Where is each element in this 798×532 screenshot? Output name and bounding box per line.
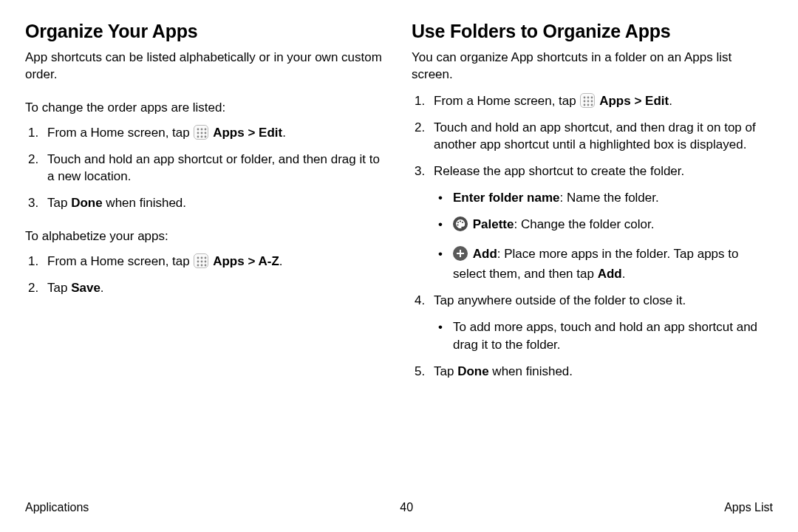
bold-text: Enter folder name (453, 191, 560, 205)
sub-alphabetize: To alphabetize your apps: (25, 228, 386, 245)
heading-folders: Use Folders to Organize Apps (412, 21, 773, 42)
list-item: From a Home screen, tap Apps > Edit. (412, 92, 773, 110)
bold-text: Done (457, 364, 489, 378)
intro-text: You can organize App shortcuts in a fold… (412, 50, 773, 83)
svg-point-29 (460, 220, 461, 222)
list-item: Tap anywhere outside of the folder to cl… (412, 292, 773, 353)
bold-text: Apps > Edit (599, 94, 669, 108)
list-item: Tap Done when finished. (25, 194, 386, 212)
bold-text: Add (598, 267, 622, 281)
palette-icon (453, 216, 468, 236)
svg-point-11 (205, 257, 207, 259)
text: . (669, 94, 672, 108)
text: Tap (434, 364, 457, 378)
text: . (100, 281, 104, 295)
svg-point-24 (584, 103, 586, 106)
svg-point-25 (587, 103, 590, 106)
heading-organize: Organize Your Apps (25, 21, 386, 42)
plus-circle-icon (453, 246, 468, 266)
list-item: To add more apps, touch and hold an app … (434, 318, 773, 354)
left-column: Organize Your Apps App shortcuts can be … (25, 21, 386, 494)
list-item: Release the app shortcut to create the f… (412, 163, 773, 283)
svg-point-22 (587, 100, 590, 102)
list-item: Add: Place more apps in the folder. Tap … (434, 245, 773, 284)
svg-point-12 (197, 261, 200, 263)
text: From a Home screen, tap (47, 126, 193, 140)
folders-list: From a Home screen, tap Apps > Edit. Tou… (412, 92, 773, 381)
footer-left: Applications (25, 501, 89, 514)
list-item: From a Home screen, tap Apps > Edit. (25, 124, 386, 142)
svg-point-20 (591, 96, 593, 98)
svg-point-30 (462, 222, 463, 223)
svg-point-8 (205, 135, 207, 137)
svg-point-16 (201, 265, 203, 267)
apps-grid-icon (580, 93, 595, 108)
list-item: Touch and hold an app shortcut, and then… (412, 119, 773, 154)
svg-point-6 (197, 135, 200, 137)
text: when finished. (489, 364, 573, 378)
text: . (622, 267, 626, 281)
svg-point-7 (201, 135, 203, 137)
text: : Change the folder color. (514, 217, 654, 231)
apps-grid-icon (194, 253, 208, 268)
svg-point-3 (197, 132, 200, 134)
sub-change-order: To change the order apps are listed: (25, 100, 386, 117)
bold-text: Save (71, 281, 100, 295)
list-item: Tap Done when finished. (412, 363, 773, 381)
text: : Name the folder. (560, 191, 659, 205)
list-item: Enter folder name: Name the folder. (434, 189, 773, 207)
list-item: From a Home screen, tap Apps > A-Z. (25, 253, 386, 270)
svg-point-21 (584, 100, 586, 102)
apps-grid-icon (194, 125, 208, 140)
text: Tap (47, 196, 71, 210)
svg-point-2 (205, 128, 207, 130)
alphabetize-list: From a Home screen, tap Apps > A-Z. Tap … (25, 253, 386, 297)
bold-text: Apps > Edit (213, 126, 282, 140)
bold-text: Done (71, 196, 103, 210)
svg-point-26 (591, 103, 593, 106)
svg-point-19 (587, 96, 590, 98)
sub-bullets: Enter folder name: Name the folder. Pale… (434, 189, 773, 283)
svg-point-28 (457, 222, 459, 223)
text: Tap (47, 281, 71, 295)
sub-bullets: To add more apps, touch and hold an app … (434, 318, 773, 354)
svg-point-0 (197, 128, 200, 130)
svg-point-5 (205, 132, 207, 134)
list-item: Touch and hold an app shortcut or folder… (25, 151, 386, 186)
text: From a Home screen, tap (434, 94, 579, 108)
svg-point-31 (457, 224, 458, 225)
text: . (282, 126, 286, 140)
page-number: 40 (400, 501, 413, 514)
list-item: Palette: Change the folder color. (434, 216, 773, 236)
bold-text: Palette (473, 217, 514, 231)
svg-point-9 (197, 257, 200, 259)
svg-point-23 (591, 100, 593, 102)
footer-right: Apps List (724, 501, 773, 514)
bold-text: Add (473, 247, 497, 261)
svg-point-1 (201, 128, 203, 130)
right-column: Use Folders to Organize Apps You can org… (412, 21, 773, 494)
svg-point-10 (201, 257, 203, 259)
change-order-list: From a Home screen, tap Apps > Edit. Tou… (25, 124, 386, 212)
svg-point-4 (201, 132, 203, 134)
bold-text: Apps > A-Z (213, 254, 279, 268)
intro-text: App shortcuts can be listed alphabetical… (25, 50, 386, 83)
svg-point-13 (201, 261, 203, 263)
svg-point-14 (205, 261, 207, 263)
content-columns: Organize Your Apps App shortcuts can be … (25, 21, 773, 494)
list-item: Tap Save. (25, 279, 386, 297)
page-footer: Applications 40 Apps List (25, 501, 773, 514)
svg-point-18 (584, 96, 586, 98)
svg-rect-34 (457, 253, 464, 254)
svg-point-17 (205, 265, 207, 267)
text: Tap anywhere outside of the folder to cl… (434, 293, 686, 307)
svg-point-15 (197, 265, 200, 267)
text: . (279, 254, 283, 268)
text: Release the app shortcut to create the f… (434, 164, 684, 178)
text: when finished. (103, 196, 186, 210)
text: From a Home screen, tap (47, 254, 193, 268)
